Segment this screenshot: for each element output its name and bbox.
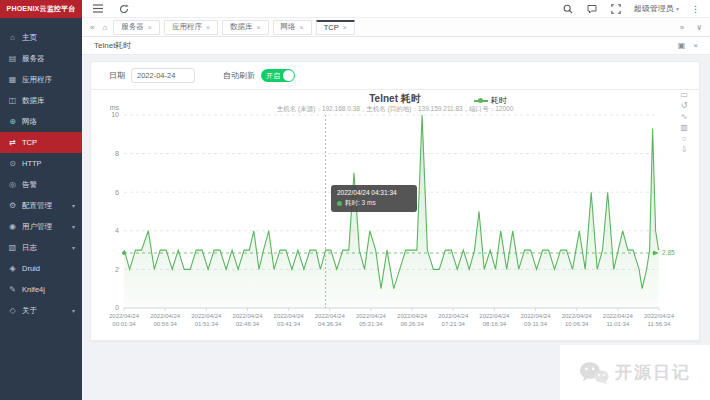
svg-text:2022/04/24: 2022/04/24 — [274, 313, 305, 319]
knife4j-icon: ✎ — [7, 285, 18, 294]
main-area: 超级管理员 ▾ ⋮ « ⌂ 服务器 × 应用程序 × 数据库 × 网络 × TC… — [82, 0, 710, 400]
panel-title: Telnet耗时 — [94, 40, 131, 51]
svg-text:11:56:34: 11:56:34 — [648, 321, 672, 327]
svg-text:0: 0 — [115, 304, 119, 311]
telnet-chart-card: 日期 自动刷新 开启 Telnet 耗时 主机名 (来源)：192.168.0.… — [90, 61, 700, 341]
svg-text:04:36:34: 04:36:34 — [318, 321, 342, 327]
sidebar-item-user-manage[interactable]: ◉ 用户管理 ▾ — [0, 216, 82, 237]
svg-text:2022/04/24: 2022/04/24 — [356, 313, 387, 319]
sidebar-item-server[interactable]: ▤ 服务器 — [0, 48, 82, 69]
sidebar-item-config[interactable]: ⚙ 配置管理 ▾ — [0, 195, 82, 216]
svg-text:06:26:34: 06:26:34 — [400, 321, 424, 327]
svg-text:07:21:34: 07:21:34 — [442, 321, 466, 327]
sidebar-item-knife4j[interactable]: ✎ Knife4j — [0, 279, 82, 300]
sidebar-item-label: 用户管理 — [22, 222, 52, 232]
network-icon: ⊕ — [7, 117, 18, 126]
tab-网络[interactable]: 网络 × — [273, 20, 312, 35]
user-manage-icon: ◉ — [7, 222, 18, 231]
tab-label: 应用程序 — [172, 22, 202, 32]
sidebar-item-http[interactable]: ⊙ HTTP — [0, 153, 82, 174]
database-icon: ◫ — [7, 96, 18, 105]
legend-marker-icon — [474, 100, 488, 102]
svg-text:08:16:34: 08:16:34 — [483, 321, 507, 327]
close-panel-icon[interactable]: × — [693, 41, 698, 50]
scroll-tabs-left-icon[interactable]: « — [88, 23, 96, 32]
sidebar-item-label: TCP — [22, 138, 37, 147]
tabbar: « ⌂ 服务器 × 应用程序 × 数据库 × 网络 × TCP × » ∨ — [82, 18, 710, 37]
tab-服务器[interactable]: 服务器 × — [113, 20, 160, 35]
close-tab-icon[interactable]: × — [256, 24, 260, 31]
svg-text:8: 8 — [115, 150, 119, 157]
sidebar-item-label: 关于 — [22, 306, 37, 316]
svg-text:2022/04/24: 2022/04/24 — [562, 313, 593, 319]
close-tab-icon[interactable]: × — [206, 24, 210, 31]
sidebar-item-alarm[interactable]: ◎ 告警 — [0, 174, 82, 195]
svg-text:10:06:34: 10:06:34 — [565, 321, 589, 327]
wechat-icon — [579, 360, 609, 386]
sidebar-item-label: HTTP — [22, 159, 42, 168]
more-options-icon[interactable]: ⋮ — [691, 4, 700, 14]
sidebar: PHOENIX云监控平台 ⌂ 主页 ▤ 服务器 ▦ 应用程序 ◫ 数据库 ⊕ 网… — [0, 0, 82, 400]
sidebar-item-druid[interactable]: ◈ Druid — [0, 258, 82, 279]
tab-TCP[interactable]: TCP × — [316, 20, 355, 35]
sidebar-item-tcp[interactable]: ⇄ TCP — [0, 132, 82, 153]
message-icon[interactable] — [586, 3, 598, 15]
topbar: 超级管理员 ▾ ⋮ — [82, 0, 710, 18]
panel-header: Telnet耗时 ▣ × — [82, 37, 710, 55]
hamburger-icon[interactable] — [92, 3, 104, 15]
svg-text:02:46:34: 02:46:34 — [236, 321, 260, 327]
alarm-icon: ◎ — [7, 180, 18, 189]
svg-text:2022/04/24: 2022/04/24 — [479, 313, 510, 319]
svg-text:2022/04/24: 2022/04/24 — [315, 313, 346, 319]
app-logo: PHOENIX云监控平台 — [0, 0, 82, 18]
close-tab-icon[interactable]: × — [148, 24, 152, 31]
sidebar-item-about[interactable]: ◇ 关于 ▾ — [0, 300, 82, 321]
application-icon: ▦ — [7, 75, 18, 84]
scroll-tabs-right-icon[interactable]: » — [678, 23, 686, 32]
close-tab-icon[interactable]: × — [300, 24, 304, 31]
restore-window-icon[interactable]: ▣ — [678, 41, 686, 50]
sidebar-item-label: 配置管理 — [22, 201, 52, 211]
toggle-knob — [283, 70, 294, 81]
tabs-menu-icon[interactable]: ∨ — [694, 23, 704, 32]
http-icon: ⊙ — [7, 159, 18, 168]
search-icon[interactable] — [562, 3, 574, 15]
chevron-down-icon: ▾ — [72, 244, 75, 251]
fullscreen-icon[interactable] — [610, 3, 622, 15]
chart-area: Telnet 耗时 主机名 (来源)：192.168.0.38，主机名 (目的地… — [91, 89, 699, 340]
sidebar-item-application[interactable]: ▦ 应用程序 — [0, 69, 82, 90]
svg-text:11:01:34: 11:01:34 — [606, 321, 630, 327]
refresh-page-icon[interactable] — [118, 3, 130, 15]
sidebar-item-home[interactable]: ⌂ 主页 — [0, 27, 82, 48]
sidebar-item-log[interactable]: ▧ 日志 ▾ — [0, 237, 82, 258]
tab-label: 服务器 — [121, 22, 144, 32]
svg-text:05:31:34: 05:31:34 — [359, 321, 383, 327]
close-tab-icon[interactable]: × — [343, 24, 347, 31]
tab-label: 网络 — [281, 22, 296, 32]
chevron-down-icon: ▾ — [72, 223, 75, 230]
home-tab-icon[interactable]: ⌂ — [100, 23, 109, 32]
svg-text:2022/04/24: 2022/04/24 — [232, 313, 263, 319]
tab-应用程序[interactable]: 应用程序 × — [164, 20, 218, 35]
sidebar-item-database[interactable]: ◫ 数据库 — [0, 90, 82, 111]
svg-text:10: 10 — [111, 111, 119, 118]
chart-plot[interactable]: ms02468102022/04/2400:01:342022/04/2400:… — [91, 103, 701, 342]
watermark: 开源日记 — [560, 345, 710, 400]
sidebar-item-network[interactable]: ⊕ 网络 — [0, 111, 82, 132]
date-input[interactable] — [131, 68, 195, 83]
tab-label: TCP — [324, 23, 339, 32]
auto-refresh-toggle[interactable]: 开启 — [261, 69, 295, 82]
sidebar-item-label: 应用程序 — [22, 75, 52, 85]
svg-text:6: 6 — [115, 189, 119, 196]
data-zoom-icon[interactable]: ▭ — [680, 90, 688, 100]
tab-数据库[interactable]: 数据库 × — [222, 20, 269, 35]
date-label: 日期 — [109, 70, 125, 81]
svg-text:01:51:34: 01:51:34 — [195, 321, 219, 327]
svg-text:2022/04/24: 2022/04/24 — [150, 313, 181, 319]
user-dropdown[interactable]: 超级管理员 ▾ — [634, 3, 679, 14]
sidebar-item-label: 日志 — [22, 243, 37, 253]
svg-text:03:41:34: 03:41:34 — [277, 321, 301, 327]
svg-text:ms: ms — [110, 104, 120, 111]
sidebar-item-label: 告警 — [22, 180, 37, 190]
svg-text:2022/04/24: 2022/04/24 — [397, 313, 428, 319]
